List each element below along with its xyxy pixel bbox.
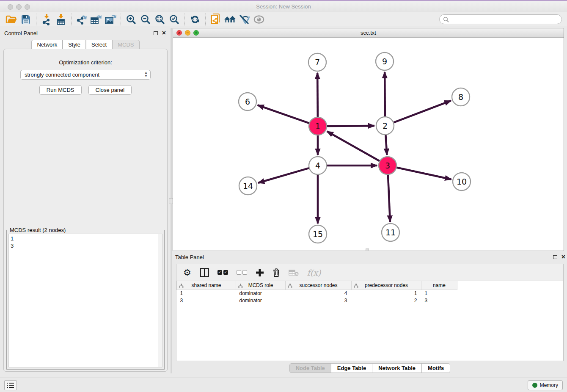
table-row[interactable]: 3dominator323 (177, 297, 564, 304)
graph-node-14[interactable]: 14 (239, 177, 257, 195)
graph-node-4[interactable]: 4 (309, 157, 327, 174)
close-panel-button[interactable]: Close panel (88, 85, 132, 95)
table-float-icon[interactable] (553, 255, 557, 259)
status-bar: Memory (0, 378, 567, 392)
graph-node-6[interactable]: 6 (239, 93, 256, 110)
tab-edge-table[interactable]: Edge Table (331, 363, 372, 373)
mcds-result-scrollbar[interactable] (158, 234, 162, 367)
table-cell[interactable]: 2 (352, 297, 421, 304)
table-cell[interactable]: 1 (177, 290, 236, 297)
table-cell[interactable]: 3 (177, 297, 236, 304)
network-window-titlebar[interactable]: × − + scc.txt (173, 28, 564, 38)
tab-network-table[interactable]: Network Table (372, 363, 422, 373)
graph-edge-2-8[interactable] (394, 101, 451, 123)
search-input[interactable] (449, 17, 561, 22)
close-panel-icon[interactable]: × (162, 30, 166, 36)
network-view-window: × − + scc.txt 1234678910111415 (173, 28, 564, 251)
column-header-shared-name[interactable]: shared name (177, 281, 236, 290)
export-table-icon[interactable] (89, 13, 103, 26)
cyndex-home-icon[interactable] (223, 13, 237, 26)
import-table-icon[interactable] (54, 13, 68, 26)
graph-node-8[interactable]: 8 (452, 88, 470, 106)
table-row[interactable]: 1dominator411 (177, 290, 564, 297)
table-panel: Table Panel × ⚙ ✓✓ (173, 252, 567, 377)
vizmapper-icon[interactable] (237, 13, 252, 26)
network-graph[interactable]: 1234678910111415 (173, 38, 564, 251)
network-window-resize-handle[interactable] (366, 248, 369, 251)
graph-node-15[interactable]: 15 (309, 225, 327, 243)
zoom-out-icon[interactable] (138, 13, 153, 26)
task-history-button[interactable] (4, 380, 17, 390)
graph-node-1[interactable]: 1 (309, 117, 327, 135)
zoom-in-icon[interactable] (124, 13, 138, 26)
tab-select[interactable]: Select (86, 40, 112, 49)
run-mcds-button[interactable]: Run MCDS (39, 85, 82, 95)
import-network-icon[interactable] (39, 13, 54, 26)
tab-node-table[interactable]: Node Table (289, 363, 331, 373)
graph-edge-1-2[interactable] (327, 126, 374, 126)
column-header-predecessor-nodes[interactable]: predecessor nodes (352, 281, 421, 290)
table-cell[interactable]: 4 (286, 290, 352, 297)
memory-button[interactable]: Memory (528, 380, 563, 390)
graph-node-2[interactable]: 2 (376, 117, 394, 135)
table-cell[interactable]: 3 (286, 297, 352, 304)
criterion-dropdown[interactable]: strongly connected component ▲▼ (20, 70, 151, 80)
graph-edge-2-9[interactable] (385, 72, 385, 117)
zoom-fit-icon[interactable] (153, 13, 167, 26)
graph-node-9[interactable]: 9 (376, 52, 394, 70)
graph-edge-3-11[interactable] (388, 174, 390, 222)
function-builder-icon-disabled: f(x) (307, 267, 321, 279)
table-settings-icon[interactable]: ⚙ (183, 267, 191, 279)
graph-edge-3-1[interactable] (327, 131, 380, 161)
save-session-icon[interactable] (19, 13, 33, 26)
hide-panel-eye-icon[interactable] (252, 13, 266, 26)
control-panel: Control Panel × Network Style Select MCD… (3, 28, 168, 373)
delete-trash-icon[interactable] (272, 267, 280, 279)
tab-motifs[interactable]: Motifs (422, 363, 450, 373)
graph-edge-1-7[interactable] (317, 73, 318, 117)
column-header-name[interactable]: name (421, 281, 457, 290)
clone-network-icon[interactable] (209, 13, 223, 26)
column-header-successor-nodes[interactable]: successor nodes (286, 281, 352, 290)
zoom-selected-icon[interactable] (167, 13, 182, 26)
tab-style[interactable]: Style (63, 40, 86, 49)
titlebar[interactable]: Session: New Session (0, 1, 567, 12)
mcds-result-area[interactable]: 1 3 (8, 234, 162, 367)
search-box[interactable] (439, 14, 562, 24)
select-all-columns-icon[interactable]: ✓✓ (217, 267, 228, 279)
graph-edge-4-14[interactable] (258, 168, 309, 183)
graph-node-3[interactable]: 3 (379, 157, 396, 174)
export-network-icon[interactable] (74, 13, 89, 26)
tab-mcds[interactable]: MCDS (112, 40, 139, 49)
table-header-row: shared name MCDS role successor nodes pr… (177, 281, 564, 290)
apply-layout-icon[interactable] (188, 13, 202, 26)
graph-node-10[interactable]: 10 (453, 173, 471, 190)
table-cell[interactable]: 3 (421, 297, 457, 304)
graph-edge-3-10[interactable] (396, 167, 451, 179)
hierarchy-icon (238, 283, 243, 289)
table-cell[interactable]: 1 (352, 290, 421, 297)
table-close-icon[interactable]: × (561, 254, 565, 259)
search-icon (443, 17, 449, 22)
graph-edge-2-3[interactable] (385, 135, 387, 155)
table-cell[interactable]: 1 (421, 290, 457, 297)
toolbar-separator (121, 14, 121, 25)
column-header-mcds-role[interactable]: MCDS role (236, 281, 286, 290)
deselect-all-columns-icon[interactable] (237, 267, 247, 279)
graph-edge-1-6[interactable] (258, 105, 310, 123)
float-panel-icon[interactable] (154, 31, 158, 35)
network-canvas[interactable]: 1234678910111415 (173, 38, 564, 251)
split-panel-icon[interactable] (200, 267, 209, 279)
criterion-value: strongly connected component (25, 72, 99, 78)
graph-node-11[interactable]: 11 (382, 224, 399, 241)
node-table: shared name MCDS role successor nodes pr… (176, 281, 563, 304)
export-image-icon[interactable] (103, 13, 118, 26)
svg-text:15: 15 (313, 229, 323, 239)
dropdown-stepper-icon: ▲▼ (144, 71, 148, 78)
table-cell[interactable]: dominator (236, 297, 286, 304)
tab-network[interactable]: Network (31, 40, 63, 49)
add-icon[interactable] (256, 267, 264, 279)
table-cell[interactable]: dominator (236, 290, 286, 297)
open-file-icon[interactable] (4, 13, 19, 26)
graph-node-7[interactable]: 7 (308, 53, 326, 71)
